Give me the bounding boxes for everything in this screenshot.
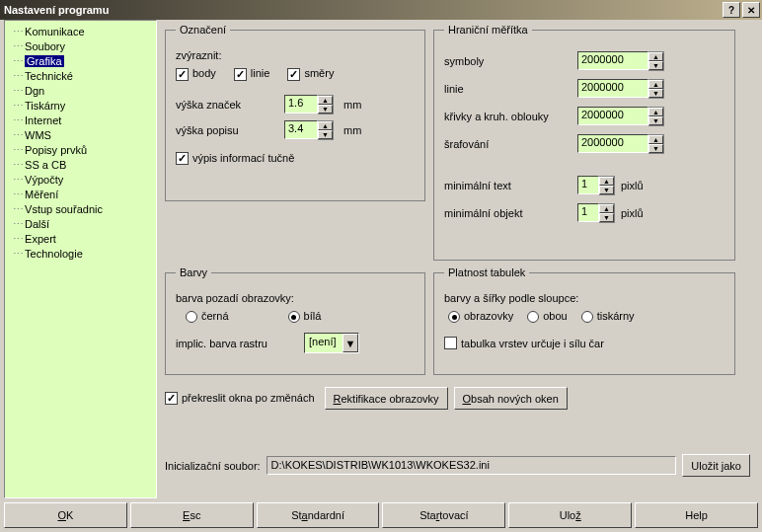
chk-vypis-tucne[interactable] — [176, 152, 189, 165]
label-podle-sloupce: barvy a šířky podle sloupce: — [444, 292, 578, 304]
unit-pixlu: pixlů — [621, 207, 644, 219]
spin-down-icon[interactable]: ▼ — [318, 130, 333, 139]
spinner-linie[interactable]: 2000000 ▲▼ — [577, 79, 664, 99]
combo-implic-rastr[interactable]: [není] ▼ — [304, 333, 359, 353]
input-symboly[interactable]: 2000000 — [577, 51, 648, 70]
sidebar-item-sscb[interactable]: SS a CB — [5, 158, 156, 173]
sidebar-item-technologie[interactable]: Technologie — [5, 247, 156, 262]
sidebar-item-internet[interactable]: Internet — [5, 114, 156, 128]
sidebar-item-tiskarny[interactable]: Tiskárny — [5, 99, 156, 114]
sidebar-item-wms[interactable]: WMS — [5, 128, 156, 143]
input-linie[interactable]: 2000000 — [577, 79, 648, 98]
spinner-krivky[interactable]: 2000000 ▲▼ — [577, 107, 664, 126]
label-obrazovky: obrazovky — [464, 310, 513, 322]
input-krivky[interactable]: 2000000 — [577, 107, 648, 125]
spin-up-icon[interactable]: ▲ — [599, 177, 614, 186]
radio-tiskarny[interactable] — [581, 311, 593, 323]
input-srafovani[interactable]: 2000000 — [577, 134, 648, 153]
label-pozadi: barva pozadí obrazovky: — [176, 292, 294, 304]
group-platnost: Platnost tabulek barvy a šířky podle slo… — [433, 266, 735, 375]
group-barvy: Barvy barva pozadí obrazovky: černá bílá… — [165, 266, 425, 375]
label-min-text: minimální text — [444, 180, 577, 191]
spin-down-icon[interactable]: ▼ — [648, 89, 663, 98]
spinner-vyska-popisu[interactable]: 3.4 ▲▼ — [284, 120, 334, 140]
spinner-min-objekt[interactable]: 1 ▲▼ — [577, 203, 615, 223]
uloz-button[interactable]: Ulož — [508, 502, 632, 528]
spinner-min-text[interactable]: 1 ▲▼ — [577, 176, 615, 195]
label-linie: linie — [251, 67, 270, 79]
spin-down-icon[interactable]: ▼ — [599, 213, 614, 222]
window-title: Nastavení programu — [4, 4, 721, 16]
spin-down-icon[interactable]: ▼ — [648, 144, 663, 153]
unit-pixlu: pixlů — [621, 180, 644, 191]
esc-button[interactable]: Esc — [130, 502, 254, 528]
label-vyska-znacek: výška značek — [176, 99, 284, 111]
chk-smery[interactable] — [287, 68, 300, 81]
sidebar-item-dgn[interactable]: Dgn — [5, 84, 156, 99]
sidebar-item-popisy[interactable]: Popisy prvků — [5, 143, 156, 158]
label-obou: obou — [543, 310, 567, 322]
sidebar-item-dalsi[interactable]: Další — [5, 217, 156, 232]
radio-obrazovky[interactable] — [448, 311, 460, 323]
label-zvyraznit: zvýraznit: — [176, 49, 221, 61]
chk-prekreslit[interactable] — [165, 392, 178, 405]
startovaci-button[interactable]: Startovací — [382, 502, 505, 528]
spinner-symboly[interactable]: 2000000 ▲▼ — [577, 51, 664, 71]
radio-bila[interactable] — [288, 311, 300, 323]
spin-up-icon[interactable]: ▲ — [648, 108, 663, 116]
input-init-path: D:\KOKES\DISTRIB\WK1013\WKOKES32.ini — [267, 456, 677, 475]
spinner-vyska-znacek[interactable]: 1.6 ▲▼ — [284, 95, 334, 114]
spin-down-icon[interactable]: ▼ — [648, 61, 663, 70]
group-oznaceni: Označení zvýraznit: body linie směry výš… — [165, 24, 425, 201]
spin-down-icon[interactable]: ▼ — [318, 105, 333, 114]
label-vrstev-sila: tabulka vrstev určuje i sílu čar — [461, 338, 604, 349]
standardni-button[interactable]: Standardní — [257, 502, 380, 528]
unit-mm: mm — [343, 124, 361, 136]
label-vypis-tucne: výpis informací tučně — [192, 152, 294, 164]
sidebar-item-vypocty[interactable]: Výpočty — [5, 173, 156, 188]
sidebar-item-technicke[interactable]: Technické — [5, 69, 156, 84]
spin-up-icon[interactable]: ▲ — [648, 52, 663, 61]
save-as-button[interactable]: Uložit jako — [682, 454, 750, 477]
legend-meritka: Hraniční měřítka — [444, 24, 532, 36]
group-meritka: Hraniční měřítka symboly 2000000 ▲▼ lini… — [433, 24, 735, 261]
obsah-button[interactable]: Obsah nových oken — [454, 387, 568, 410]
spin-up-icon[interactable]: ▲ — [318, 96, 333, 105]
label-min-objekt: minimální objekt — [444, 207, 577, 219]
label-implic-rastr: implic. barva rastru — [176, 338, 304, 349]
chk-vrstev-sila[interactable] — [444, 337, 457, 349]
spin-up-icon[interactable]: ▲ — [599, 204, 614, 213]
spin-up-icon[interactable]: ▲ — [648, 135, 663, 144]
chk-body[interactable] — [176, 68, 189, 81]
sidebar-item-mereni[interactable]: Měření — [5, 188, 156, 202]
label-prekreslit: překreslit okna po změnách — [182, 392, 315, 404]
help-button[interactable]: Help — [635, 502, 758, 528]
combo-value: [není] — [305, 334, 343, 352]
input-vyska-znacek[interactable]: 1.6 — [284, 95, 318, 114]
sidebar-item-soubory[interactable]: Soubory — [5, 39, 156, 54]
input-vyska-popisu[interactable]: 3.4 — [284, 120, 318, 139]
chk-linie[interactable] — [234, 68, 247, 81]
sidebar-item-expert[interactable]: Expert — [5, 232, 156, 247]
radio-obou[interactable] — [527, 311, 539, 323]
input-min-objekt[interactable]: 1 — [577, 203, 599, 222]
sidebar-item-vstup[interactable]: Vstup souřadnic — [5, 202, 156, 217]
help-titlebar-button[interactable]: ? — [723, 2, 740, 18]
close-button[interactable]: ✕ — [742, 2, 760, 18]
input-min-text[interactable]: 1 — [577, 176, 599, 194]
spin-up-icon[interactable]: ▲ — [318, 121, 333, 130]
sidebar-item-grafika[interactable]: Grafika — [5, 54, 156, 69]
rektifikace-button[interactable]: Rektifikace obrazovky — [325, 387, 448, 410]
titlebar: Nastavení programu ? ✕ — [0, 0, 762, 20]
label-tiskarny: tiskárny — [597, 310, 635, 322]
spin-down-icon[interactable]: ▼ — [648, 116, 663, 125]
label-body: body — [192, 67, 216, 79]
spin-up-icon[interactable]: ▲ — [648, 80, 663, 89]
label-init-soubor: Inicializační soubor: — [165, 460, 261, 472]
chevron-down-icon[interactable]: ▼ — [343, 334, 358, 352]
sidebar-item-komunikace[interactable]: Komunikace — [5, 25, 156, 39]
spin-down-icon[interactable]: ▼ — [599, 186, 614, 194]
ok-button[interactable]: OK — [4, 502, 127, 528]
spinner-srafovani[interactable]: 2000000 ▲▼ — [577, 134, 664, 154]
radio-cerna[interactable] — [186, 311, 197, 323]
